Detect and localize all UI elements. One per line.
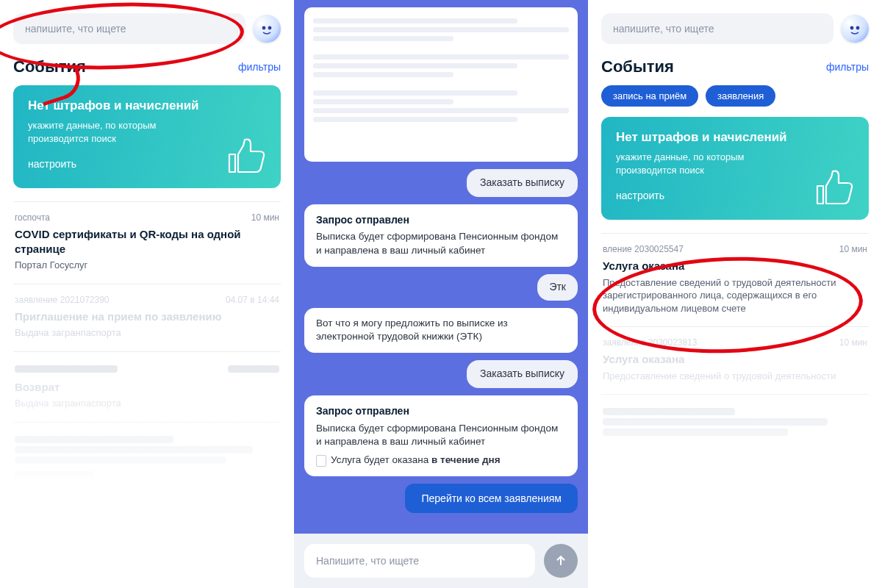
hero-title: Нет штрафов и начислений xyxy=(28,98,266,113)
card-tag: заявление 2021072390 xyxy=(15,295,110,305)
chat-scroll[interactable]: Заказать выписку Запрос отправлен Выписк… xyxy=(294,0,588,534)
card-time: 10 мин xyxy=(839,244,867,254)
section-title: События xyxy=(13,57,86,76)
search-placeholder: напишите, что ищете xyxy=(25,23,126,35)
feed-card-faded: Возврат Выдача загранпаспорта xyxy=(13,351,281,422)
search-row: напишите, что ищете xyxy=(601,13,869,44)
card-source: Выдача загранпаспорта xyxy=(15,326,279,340)
search-input[interactable]: напишите, что ищете xyxy=(601,13,833,44)
card-body: Предоставление сведений о трудовой деяте… xyxy=(603,276,867,315)
card-body: Предоставление сведений о трудовой деяте… xyxy=(603,370,867,383)
bubble-body: Выписка будет сформирована Пенсионным фо… xyxy=(316,422,566,450)
svg-point-3 xyxy=(856,26,860,30)
bubble-body: Выписка будет сформирована Пенсионным фо… xyxy=(316,230,566,258)
card-tag: госпочта xyxy=(15,212,50,223)
card-source: Выдача загранпаспорта xyxy=(15,397,279,410)
bot-message-sent: Запрос отправлен Выписка будет сформиров… xyxy=(304,204,578,267)
feed-card-service-done[interactable]: вление 2030025547 10 мин Услуга оказана … xyxy=(601,233,869,326)
card-title: Услуга оказана xyxy=(603,352,867,367)
card-time: 04.07 в 14:44 xyxy=(226,295,279,305)
section-header: События фильтры xyxy=(601,57,869,76)
feed-card-faded: заявление 2030023813 10 мин Услуга оказа… xyxy=(601,326,869,394)
svg-point-2 xyxy=(850,26,854,30)
chat-input-row: Напишите, что ищете xyxy=(294,534,588,588)
filters-link[interactable]: фильтры xyxy=(238,61,281,73)
hero-configure-link[interactable]: настроить xyxy=(28,158,76,170)
hero-subtitle: укажите данные, по которым производится … xyxy=(616,151,785,176)
assistant-avatar-icon[interactable] xyxy=(841,15,869,43)
panel-events-right: напишите, что ищете События фильтры запи… xyxy=(588,0,882,588)
card-title: COVID сертификаты и QR-коды на одной стр… xyxy=(15,227,279,256)
feed-card[interactable]: госпочта 10 мин COVID сертификаты и QR-к… xyxy=(13,201,281,284)
bubble-title: Запрос отправлен xyxy=(316,213,566,228)
hero-configure-link[interactable]: настроить xyxy=(616,190,664,201)
card-tag: вление 2030025547 xyxy=(603,244,684,254)
chat-input-placeholder: Напишите, что ищете xyxy=(316,555,419,567)
section-header: События фильтры xyxy=(13,57,281,76)
chip-applications[interactable]: заявления xyxy=(706,85,775,107)
card-time: 10 мин xyxy=(251,212,279,223)
send-button[interactable] xyxy=(544,544,578,578)
thumbs-up-icon xyxy=(811,164,858,211)
bubble-extra-bold: в течение дня xyxy=(431,454,501,465)
card-source: Портал Госуслуг xyxy=(15,259,279,272)
search-placeholder: напишите, что ищете xyxy=(613,23,714,35)
card-title: Возврат xyxy=(15,380,279,395)
chip-appointment[interactable]: запись на приём xyxy=(601,85,698,107)
svg-point-0 xyxy=(262,26,266,30)
hero-card[interactable]: Нет штрафов и начислений укажите данные,… xyxy=(601,117,869,220)
card-title: Приглашение на прием по заявлению xyxy=(15,309,279,324)
card-time: 10 мин xyxy=(839,337,867,348)
search-input[interactable]: напишите, что ищете xyxy=(13,13,245,44)
filter-chips: запись на приём заявления xyxy=(601,85,869,107)
feed-card-faded: заявление 2021072390 04.07 в 14:44 Пригл… xyxy=(13,284,281,351)
filters-link[interactable]: фильтры xyxy=(826,61,869,73)
bubble-extra-prefix: Услуга будет оказана xyxy=(331,454,431,465)
user-message-etk[interactable]: Этк xyxy=(537,274,578,301)
bot-message-sent-2: Запрос отправлен Выписка будет сформиров… xyxy=(304,395,578,476)
arrow-up-icon xyxy=(553,553,568,568)
bubble-title: Запрос отправлен xyxy=(316,404,566,419)
card-title: Услуга оказана xyxy=(603,259,867,273)
section-title: События xyxy=(601,57,674,76)
doc-icon xyxy=(316,455,326,467)
user-message-order[interactable]: Заказать выписку xyxy=(467,169,578,197)
hero-subtitle: укажите данные, по которым производится … xyxy=(28,119,197,145)
card-tag: заявление 2030023813 xyxy=(603,337,698,348)
assistant-avatar-icon[interactable] xyxy=(253,15,281,43)
document-preview[interactable] xyxy=(304,7,578,162)
chat-input[interactable]: Напишите, что ищете xyxy=(304,544,535,578)
panel-chat: Заказать выписку Запрос отправлен Выписк… xyxy=(294,0,588,588)
svg-point-1 xyxy=(268,26,272,30)
thumbs-up-icon xyxy=(223,132,270,179)
feed-card-faded xyxy=(601,394,869,451)
feed-card-faded xyxy=(13,422,281,493)
all-applications-button[interactable]: Перейти ко всем заявлениям xyxy=(405,484,578,513)
user-message-order-2[interactable]: Заказать выписку xyxy=(467,360,578,388)
search-row: напишите, что ищете xyxy=(13,13,281,44)
hero-card[interactable]: Нет штрафов и начислений укажите данные,… xyxy=(13,85,281,188)
panel-events-left: напишите, что ищете События фильтры Нет … xyxy=(0,0,294,588)
bot-message-etk-offer: Вот что я могу предложить по выписке из … xyxy=(304,308,578,354)
hero-title: Нет штрафов и начислений xyxy=(616,130,854,145)
